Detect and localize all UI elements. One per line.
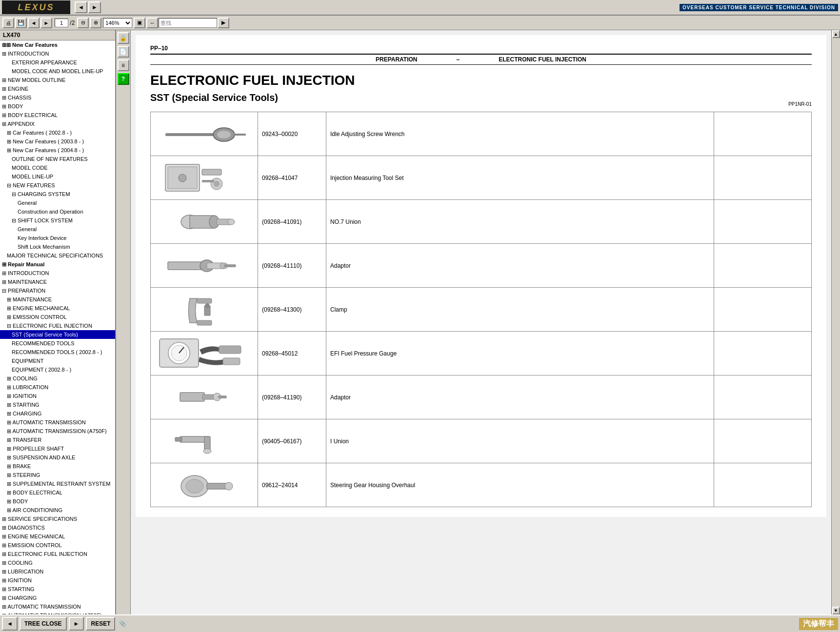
tree-item-13[interactable]: OUTLINE OF NEW FEATURES <box>0 155 115 163</box>
section-header: PREPARATION – ELECTRONIC FUEL INJECTION <box>150 54 812 65</box>
tree-item-36[interactable]: EQUIPMENT <box>0 356 115 365</box>
tree-item-30[interactable]: ⊞ ENGINE MECHANICAL <box>0 304 115 313</box>
tree-close-button[interactable]: TREE CLOSE <box>20 617 67 631</box>
tree-item-5[interactable]: ⊞ ENGINE <box>0 84 115 93</box>
bookmark-icon[interactable]: 📄 <box>118 46 129 58</box>
tree-item-53[interactable]: ⊞ AIR CONDITIONING <box>0 506 115 514</box>
tree-item-55[interactable]: ⊞ DIAGNOSTICS <box>0 523 115 532</box>
search-input[interactable] <box>159 18 217 28</box>
table-row: 09243–00020Idle Adjusting Screw Wrench <box>151 112 812 156</box>
tree-item-2[interactable]: EXTERIOR APPEARANCE <box>0 58 115 67</box>
tree-item-40[interactable]: ⊞ IGNITION <box>0 392 115 400</box>
zoom-in-button[interactable]: ⊕ <box>90 18 101 28</box>
tree-item-9[interactable]: ⊞ APPENDIX <box>0 119 115 128</box>
tree-item-50[interactable]: ⊞ SUPPLEMENTAL RESTRAINT SYSTEM <box>0 479 115 488</box>
tree-item-64[interactable]: ⊞ AUTOMATIC TRANSMISSION <box>0 602 115 611</box>
tree-item-52[interactable]: ⊞ BODY <box>0 497 115 506</box>
fit-width-button[interactable]: ↔ <box>146 18 158 28</box>
scroll-down-button[interactable]: ▼ <box>832 607 840 614</box>
tree-item-51[interactable]: ⊞ BODY ELECTRICAL <box>0 488 115 497</box>
page-number-input[interactable] <box>55 19 68 27</box>
tree-item-16[interactable]: ⊟ NEW FEATURES <box>0 181 115 190</box>
tree-item-12[interactable]: ⊞ New Car Features ( 2004.8 - ) <box>0 146 115 155</box>
prev-button[interactable]: ◄ <box>2 617 18 631</box>
watermark: 汽修帮丰 <box>799 618 838 630</box>
tree-item-59[interactable]: ⊞ COOLING <box>0 558 115 567</box>
tree-item-7[interactable]: ⊞ BODY <box>0 102 115 111</box>
tree-item-63[interactable]: ⊞ CHARGING <box>0 593 115 602</box>
nav-forward-button[interactable]: ► <box>40 18 52 28</box>
next-button[interactable]: ► <box>69 617 84 631</box>
tree-item-24[interactable]: MAJOR TECHNICAL SPECIFICATIONS <box>0 251 115 260</box>
tree-item-18[interactable]: General <box>0 198 115 207</box>
tree-item-38[interactable]: ⊞ COOLING <box>0 374 115 383</box>
nav-back-button[interactable]: ◄ <box>28 18 40 28</box>
tree-item-10[interactable]: ⊞ Car Features ( 2002.8 - ) <box>0 128 115 137</box>
tree-item-0[interactable]: ⊞⊞ New Car Features <box>0 40 115 49</box>
tree-item-65[interactable]: ⊞ AUTOMATIC TRANSMISSION (A750F) <box>0 611 115 614</box>
tree-item-44[interactable]: ⊞ AUTOMATIC TRANSMISSION (A750F) <box>0 427 115 435</box>
tree-item-47[interactable]: ⊞ SUSPENSION AND AXLE <box>0 453 115 462</box>
tree-item-25[interactable]: ⊞ Repair Manual <box>0 260 115 269</box>
tree-item-23[interactable]: Shift Lock Mechanism <box>0 242 115 251</box>
zoom-out-button[interactable]: ⊖ <box>77 18 89 28</box>
scroll-up-button[interactable]: ▲ <box>832 30 840 38</box>
tree-item-27[interactable]: ⊞ MAINTENANCE <box>0 277 115 286</box>
svg-point-37 <box>203 449 211 454</box>
tree-item-46[interactable]: ⊞ PROPELLER SHAFT <box>0 444 115 453</box>
tree-item-32[interactable]: ⊟ ELECTRONIC FUEL INJECTION <box>0 321 115 330</box>
tree-item-48[interactable]: ⊞ BRAKE <box>0 462 115 471</box>
tree-item-8[interactable]: ⊞ BODY ELECTRICAL <box>0 111 115 119</box>
tree-item-58[interactable]: ⊞ ELECTRONIC FUEL INJECTION <box>0 550 115 558</box>
zoom-select[interactable]: 146% 100% 75% 50% <box>103 18 132 28</box>
help-icon[interactable]: ? <box>118 73 129 85</box>
tree-item-45[interactable]: ⊞ TRANSFER <box>0 435 115 444</box>
tree-item-42[interactable]: ⊞ CHARGING <box>0 409 115 418</box>
tree-item-41[interactable]: ⊞ STARTING <box>0 400 115 409</box>
tree-item-62[interactable]: ⊞ STARTING <box>0 585 115 593</box>
tree-item-1[interactable]: ⊞ INTRODUCTION <box>0 49 115 58</box>
tree-item-11[interactable]: ⊞ New Car Features ( 2003.8 - ) <box>0 137 115 146</box>
tree-item-54[interactable]: ⊞ SERVICE SPECIFICATIONS <box>0 514 115 523</box>
tool-extra <box>714 463 812 507</box>
tree-item-61[interactable]: ⊞ IGNITION <box>0 576 115 585</box>
save-button[interactable]: 💾 <box>15 18 27 28</box>
tree-item-49[interactable]: ⊞ STEERING <box>0 471 115 479</box>
tree-item-56[interactable]: ⊞ ENGINE MECHANICAL <box>0 532 115 541</box>
tree-item-29[interactable]: ⊞ MAINTENANCE <box>0 295 115 304</box>
tool-extra <box>714 112 812 156</box>
lock-icon[interactable]: 🔒 <box>118 32 129 44</box>
tree-item-22[interactable]: Key Interlock Device <box>0 234 115 242</box>
forward-button[interactable]: ► <box>88 1 101 13</box>
page-ref: PP–10 <box>150 45 812 52</box>
tree-item-4[interactable]: ⊞ NEW MODEL OUTLINE <box>0 76 115 84</box>
search-go-button[interactable]: ▶ <box>218 18 229 28</box>
tree-item-15[interactable]: MODEL LINE-UP <box>0 172 115 181</box>
tree-item-6[interactable]: ⊞ CHASSIS <box>0 93 115 102</box>
tree-item-28[interactable]: ⊟ PREPARATION <box>0 286 115 295</box>
tree-item-37[interactable]: EQUIPMENT ( 2002.8 - ) <box>0 365 115 374</box>
tree-item-17[interactable]: ⊟ CHARGING SYSTEM <box>0 190 115 198</box>
tree-item-57[interactable]: ⊞ EMISSION CONTROL <box>0 541 115 550</box>
tree-item-20[interactable]: ⊟ SHIFT LOCK SYSTEM <box>0 216 115 225</box>
tree-item-60[interactable]: ⊞ LUBRICATION <box>0 567 115 576</box>
tree-item-19[interactable]: Construction and Operation <box>0 207 115 216</box>
tree-item-3[interactable]: MODEL CODE AND MODEL LINE-UP <box>0 67 115 76</box>
tree-item-33[interactable]: SST (Special Service Tools) <box>0 330 115 339</box>
fit-page-button[interactable]: ▣ <box>134 18 145 28</box>
tree-item-31[interactable]: ⊞ EMISSION CONTROL <box>0 313 115 321</box>
right-scrollbar[interactable]: ▲ ▼ <box>831 30 840 614</box>
back-button[interactable]: ◄ <box>75 1 87 13</box>
tree-item-34[interactable]: RECOMMENDED TOOLS <box>0 339 115 348</box>
tree-item-26[interactable]: ⊞ INTRODUCTION <box>0 269 115 277</box>
tree-item-35[interactable]: RECOMMENDED TOOLS ( 2002.8 - ) <box>0 348 115 356</box>
layers-icon[interactable]: ≡ <box>118 59 129 71</box>
tree-item-43[interactable]: ⊞ AUTOMATIC TRANSMISSION <box>0 418 115 427</box>
print-button[interactable]: 🖨 <box>2 18 14 28</box>
svg-rect-3 <box>234 134 246 136</box>
tree-item-14[interactable]: MODEL CODE <box>0 163 115 172</box>
tree-item-39[interactable]: ⊞ LUBRICATION <box>0 383 115 392</box>
reset-button[interactable]: RESET <box>86 617 115 631</box>
content-area[interactable]: PP–10 PREPARATION – ELECTRONIC FUEL INJE… <box>131 30 831 614</box>
tree-item-21[interactable]: General <box>0 225 115 234</box>
